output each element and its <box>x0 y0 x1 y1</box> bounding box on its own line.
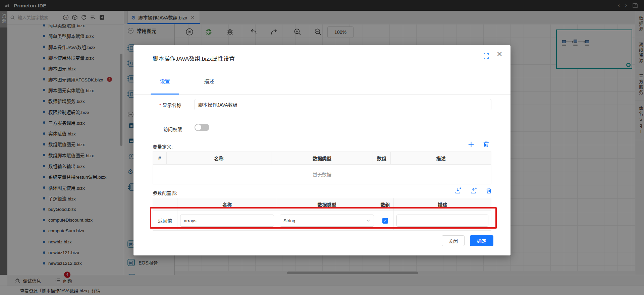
col-index: # <box>153 152 167 164</box>
variable-table: # 名称 数据类型 数组 描述 暂无数据 <box>153 152 491 184</box>
chevron-down-icon <box>366 219 370 223</box>
dialog-title: 脚本操作JAVA数组.bizx属性设置 <box>153 54 235 62</box>
import-icon[interactable] <box>455 187 462 194</box>
param-name-input[interactable] <box>180 215 274 227</box>
array-checkbox[interactable]: ✓ <box>382 218 388 224</box>
trash-icon[interactable] <box>483 141 489 148</box>
datatype-select[interactable]: String <box>280 215 374 227</box>
param-table-header: 名称 数据类型 数组 描述 <box>153 198 491 211</box>
active-tab-indicator <box>151 94 179 95</box>
tab-settings[interactable]: 设置 <box>151 77 179 95</box>
return-value-label: 返回值 <box>153 211 177 230</box>
param-section-title: 参数配置表: <box>153 189 177 196</box>
col-kind <box>153 198 177 211</box>
access-label: 访问权限 <box>163 126 182 132</box>
param-desc-input[interactable] <box>396 215 488 227</box>
col-name: 名称 <box>177 198 277 211</box>
tab-description[interactable]: 描述 <box>195 77 223 95</box>
export-icon[interactable] <box>470 187 477 194</box>
display-name-input[interactable] <box>195 99 491 110</box>
access-toggle[interactable] <box>195 124 209 131</box>
ok-button[interactable]: 确定 <box>470 235 493 246</box>
empty-placeholder: 暂无数据 <box>153 165 491 184</box>
col-array: 数组 <box>373 152 391 164</box>
col-datatype: 数据类型 <box>277 198 377 211</box>
close-icon[interactable]: ✕ <box>496 50 502 59</box>
param-table: 名称 数据类型 数组 描述 返回值 String ✓ <box>153 198 491 231</box>
col-array: 数组 <box>377 198 394 211</box>
col-desc: 描述 <box>394 198 491 211</box>
param-row: 返回值 String ✓ <box>153 211 491 230</box>
trash-icon[interactable] <box>486 187 492 194</box>
display-name-label: *显示名称 <box>159 102 181 108</box>
variable-section-title: 变量定义: <box>153 143 173 150</box>
col-desc: 描述 <box>391 152 491 164</box>
close-button[interactable]: 关闭 <box>442 235 465 246</box>
toggle-knob <box>195 124 201 130</box>
properties-dialog: 脚本操作JAVA数组.bizx属性设置 ✕ 设置 描述 *显示名称 访问权限 变… <box>133 45 511 255</box>
datatype-value: String <box>283 218 295 223</box>
dialog-tabs: 设置 描述 <box>133 77 511 95</box>
add-icon[interactable] <box>468 141 474 148</box>
col-datatype: 数据类型 <box>271 152 373 164</box>
expand-icon[interactable] <box>483 53 490 59</box>
required-mark: * <box>159 103 161 108</box>
col-name: 名称 <box>167 152 271 164</box>
variable-table-header: # 名称 数据类型 数组 描述 <box>153 152 491 165</box>
